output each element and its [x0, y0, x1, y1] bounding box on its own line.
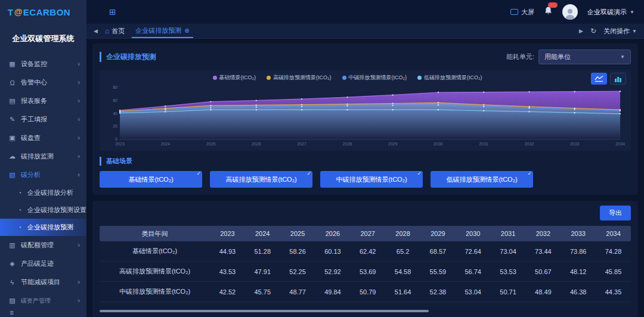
sidebar-item-quota-management[interactable]: ▥碳配额管理∨: [0, 236, 86, 254]
svg-text:2024: 2024: [161, 142, 171, 146]
check-icon: ✓: [196, 170, 201, 176]
close-operations-dropdown[interactable]: 关闭操作 ▼: [603, 27, 637, 36]
sidebar-item-carbon-assets[interactable]: ▨碳资产管理∨: [0, 291, 86, 305]
sidebar-item-manual-fill[interactable]: ✎手工填报∨: [0, 110, 86, 129]
avatar[interactable]: [562, 4, 578, 20]
chart-icon: ▧: [8, 171, 16, 179]
tabs-scroll-right-icon[interactable]: ▶: [579, 28, 583, 34]
cell-value: 52.92: [315, 268, 350, 275]
sidebar-item-carbon-inventory[interactable]: ▣碳盘查∨: [0, 129, 86, 147]
bell-icon: Ω: [8, 79, 16, 86]
tab-emission-forecast[interactable]: 企业碳排放预测 ⊗: [132, 24, 193, 38]
menu-footer-icon[interactable]: ≡: [0, 305, 86, 317]
svg-text:2023: 2023: [115, 142, 125, 146]
line-chart-toggle[interactable]: [591, 73, 607, 85]
legend-dot-icon: [213, 76, 217, 80]
row-label: 中碳排放预测情景(tCO₂): [100, 287, 210, 296]
energy-icon: ϟ: [8, 279, 16, 286]
page-content: 企业碳排放预测 能耗单元: 用能单位 ▼ 基础情景(tCO₂)高碳排放预测情景(…: [86, 39, 644, 317]
sidebar-item-device-monitor[interactable]: ▦设备监控∨: [0, 55, 86, 73]
brand-logo: T@ECARBON: [0, 0, 86, 24]
cell-value: 68.57: [420, 248, 456, 255]
refresh-icon[interactable]: ↻: [590, 27, 596, 35]
home-icon: ⌂: [105, 27, 109, 35]
corner-header: 类目年间: [100, 229, 210, 238]
legend-item-1[interactable]: 高碳排放预测情景(tCO₂): [267, 74, 332, 82]
energy-unit-select[interactable]: 用能单位 ▼: [538, 49, 631, 64]
notification-bell-icon[interactable]: [544, 6, 553, 18]
table-row: 中碳排放预测情景(tCO₂)42.5245.7548.7749.8450.795…: [100, 282, 631, 302]
check-icon: ✓: [306, 170, 311, 176]
cell-value: 73.04: [491, 248, 526, 255]
close-tab-icon[interactable]: ⊗: [184, 27, 189, 34]
quota-icon: ▥: [8, 241, 16, 249]
year-header: 2031: [491, 230, 526, 237]
scenario-button-3[interactable]: 低碳排放预测情景(tCO₂)✓: [431, 171, 533, 188]
forecast-panel: 企业碳排放预测 能耗单元: 用能单位 ▼ 基础情景(tCO₂)高碳排放预测情景(…: [92, 43, 638, 195]
legend-item-0[interactable]: 基础情景(tCO₂): [213, 74, 256, 82]
sidebar-subitem-emission-forecast[interactable]: ◔企业碳排放预测: [0, 219, 86, 236]
legend-item-3[interactable]: 低碳排放预测情景(tCO₂): [417, 74, 482, 82]
tab-home[interactable]: ⌂ 首页: [105, 27, 125, 36]
collapse-sidebar-icon[interactable]: ⊞: [109, 7, 116, 17]
sidebar: T@ECARBON 企业双碳管理系统 ▦设备监控∨Ω告警中心∨▤报表服务∨✎手工…: [0, 0, 86, 317]
chevron-down-icon: ▼: [620, 54, 625, 60]
cell-value: 50.71: [491, 288, 526, 296]
logo-at-icon: @: [14, 7, 23, 17]
pie-icon: ◔: [16, 224, 23, 231]
monitor-icon: ▦: [8, 60, 16, 68]
check-icon: ✓: [527, 170, 532, 176]
cell-value: 44.35: [596, 288, 631, 296]
year-header: 2032: [525, 230, 561, 237]
edit-icon: ✎: [8, 116, 16, 123]
cell-value: 54.58: [385, 268, 420, 275]
sidebar-item-product-footprint[interactable]: ◈产品碳足迹: [0, 254, 86, 273]
sidebar-item-carbon-analysis[interactable]: ▧碳分析∧: [0, 166, 86, 184]
chevron-down-icon: ▼: [632, 29, 637, 34]
sidebar-subitem-enterprise-emission-analysis[interactable]: ◔企业碳排放分析: [0, 184, 86, 201]
svg-text:2033: 2033: [570, 142, 580, 146]
bar-chart-toggle[interactable]: [610, 73, 626, 85]
year-header: 2029: [420, 230, 456, 237]
tabs-scroll-left-icon[interactable]: ◀: [94, 28, 98, 34]
sidebar-subitem-emission-forecast-settings[interactable]: ◔企业碳排放预测设置: [0, 201, 86, 219]
scenario-button-2[interactable]: 中碳排放预测情景(tCO₂)✓: [320, 171, 423, 188]
screen-icon: [510, 9, 518, 15]
svg-text:0: 0: [115, 137, 117, 141]
topbar: ⊞ 大屏: [86, 0, 644, 24]
sidebar-item-energy-saving-projects[interactable]: ϟ节能减碳项目∨: [0, 273, 86, 291]
row-label: 高碳排放预测情景(tCO₂): [100, 267, 210, 276]
big-screen-button[interactable]: 大屏: [510, 8, 534, 17]
legend-item-2[interactable]: 中碳排放预测情景(tCO₂): [342, 74, 407, 82]
cell-value: 48.49: [525, 288, 561, 296]
horizontal-scrollbar[interactable]: [100, 310, 429, 312]
sidebar-item-alert-center[interactable]: Ω告警中心∨: [0, 73, 86, 92]
scenario-button-0[interactable]: 基础情景(tCO₂)✓: [100, 171, 202, 188]
svg-text:80: 80: [113, 85, 117, 89]
legend-dot-icon: [267, 76, 271, 80]
cell-value: 56.74: [456, 268, 491, 275]
row-label: 基础情景(tCO₂): [100, 247, 210, 256]
chevron-down-icon: ∨: [77, 154, 80, 159]
export-button[interactable]: 导出: [600, 206, 631, 220]
unit-label: 能耗单元:: [506, 52, 534, 61]
chevron-down-icon: ∨: [77, 243, 80, 248]
cell-value: 50.67: [525, 268, 561, 275]
system-title: 企业双碳管理系统: [0, 24, 86, 52]
chevron-up-icon: ∧: [77, 172, 80, 178]
sidebar-item-emission-monitor[interactable]: ☁碳排放监测∨: [0, 147, 86, 166]
chevron-down-icon: ▼: [630, 10, 634, 15]
year-header: 2024: [245, 230, 280, 237]
report-icon: ▤: [8, 97, 16, 105]
asset-icon: ▨: [8, 297, 16, 304]
table-header-row: 类目年间202320242025202620272028202920302031…: [100, 226, 631, 241]
tenant-switcher[interactable]: 企业双碳演示 ▼: [587, 8, 634, 17]
cell-value: 50.79: [350, 288, 385, 296]
notification-badge: [548, 2, 558, 8]
cell-value: 72.64: [456, 248, 491, 255]
sidebar-item-report-service[interactable]: ▤报表服务∨: [0, 92, 86, 110]
scenario-button-1[interactable]: 高碳排放预测情景(tCO₂)✓: [210, 171, 312, 188]
chart-type-toggle: [591, 73, 626, 85]
svg-text:2026: 2026: [252, 142, 261, 146]
legend-dot-icon: [342, 76, 346, 80]
